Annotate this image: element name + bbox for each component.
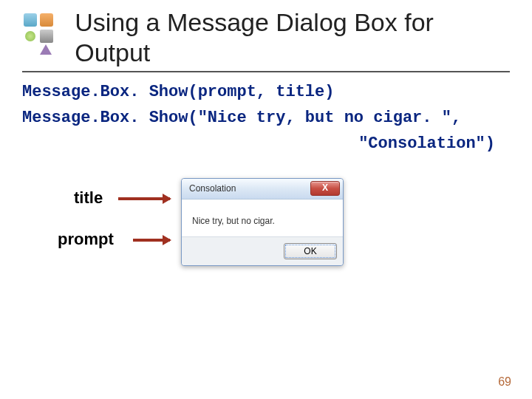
page-number: 69 <box>498 375 511 389</box>
label-title: title <box>74 188 103 208</box>
code-line-3: "Consolation") <box>22 134 510 153</box>
label-prompt: prompt <box>58 230 114 249</box>
message-box-body: Nice try, but no cigar. <box>182 200 343 236</box>
arrow-icon <box>118 197 170 200</box>
arrow-icon <box>133 239 170 242</box>
slide: Using a Message Dialog Box for Output Me… <box>0 0 532 399</box>
code-line-2: Message.Box. Show("Nice try, but no ciga… <box>22 109 510 127</box>
message-box-titlebar: Consolation X <box>182 179 343 200</box>
message-box-footer: OK <box>182 236 343 265</box>
slide-title: Using a Message Dialog Box for Output <box>75 7 510 68</box>
ok-button[interactable]: OK <box>284 243 337 259</box>
diagram: title prompt Consolation X Nice try, but… <box>22 175 510 308</box>
message-box-title: Consolation <box>189 183 310 194</box>
close-button[interactable]: X <box>310 181 340 196</box>
slide-header: Using a Message Dialog Box for Output <box>22 7 510 72</box>
logo-icon <box>22 12 63 53</box>
code-line-1: Message.Box. Show(prompt, title) <box>22 83 510 101</box>
message-box: Consolation X Nice try, but no cigar. OK <box>181 178 344 266</box>
